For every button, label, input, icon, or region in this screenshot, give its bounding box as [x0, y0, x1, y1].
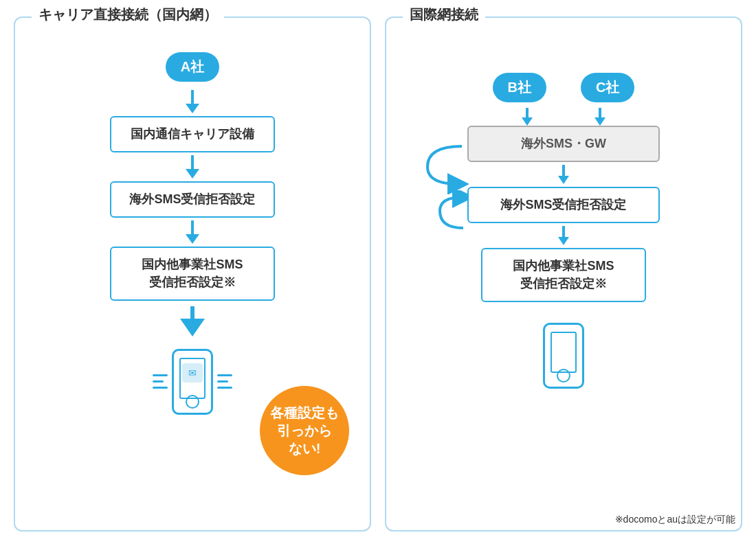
arrow-right-2 — [558, 226, 569, 245]
box-domestic-sms-left: 国内他事業社SMS 受信拒否設定※ — [110, 247, 275, 300]
box-domestic-sms-right: 国内他事業社SMS 受信拒否設定※ — [481, 248, 646, 301]
footnote: ※docomoとauは設定が可能 — [615, 514, 735, 526]
carrier-b-badge: B社 — [493, 73, 546, 102]
big-arrow-down — [180, 306, 205, 336]
main-wrapper: キャリア直接接続（国内網） A社 国内通信キャリア設備 海外SMS受信拒否設定 … — [14, 16, 742, 532]
sms-reject-right-wrapper: 海外SMS受信拒否設定 — [467, 187, 660, 223]
left-back-arrow — [434, 190, 469, 238]
right-panel-title: 国際網接続 — [403, 5, 485, 24]
left-panel: キャリア直接接続（国内網） A社 国内通信キャリア設備 海外SMS受信拒否設定 … — [14, 16, 371, 532]
arrow-2 — [186, 155, 199, 179]
smsgw-wrapper: 海外SMS・GW — [467, 126, 660, 162]
carrier-bc-row: B社 C社 — [493, 52, 635, 108]
arrow-1 — [186, 90, 199, 113]
phone-section — [153, 349, 232, 415]
arrows-bc — [522, 108, 605, 126]
arrow-right-1 — [558, 165, 569, 184]
box-sms-gw: 海外SMS・GW — [467, 126, 660, 162]
phone-icon-right — [543, 323, 584, 389]
arrow-3 — [186, 220, 199, 244]
curved-left-arrow — [421, 133, 469, 194]
box-sms-reject-right: 海外SMS受信拒否設定 — [467, 187, 660, 223]
orange-badge: 各種設定も 引っから ない! — [260, 386, 349, 475]
right-panel: 国際網接続 B社 C社 海外SMS・GW — [385, 16, 742, 532]
carrier-c-badge: C社 — [581, 73, 634, 102]
box-carrier-equipment: 国内通信キャリア設備 — [110, 116, 275, 152]
box-sms-reject-left: 海外SMS受信拒否設定 — [110, 181, 275, 218]
phone-right-section — [543, 323, 584, 389]
carrier-a-badge: A社 — [166, 52, 219, 82]
left-panel-title: キャリア直接接続（国内網） — [32, 5, 224, 24]
phone-icon-left — [172, 349, 213, 415]
